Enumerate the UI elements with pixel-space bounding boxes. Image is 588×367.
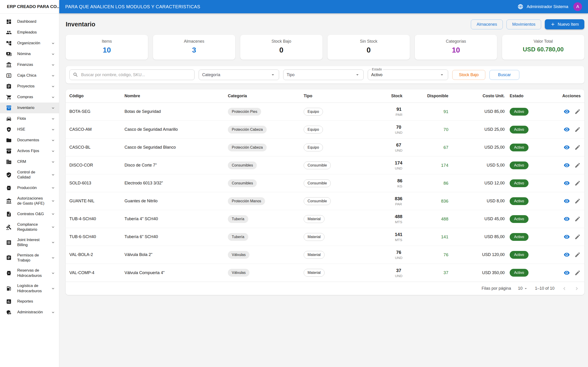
sidebar-item-permisos-de-trabajo[interactable]: Permisos de Trabajo (0, 250, 59, 266)
stock-unit: PAR (396, 113, 402, 117)
stock-unit: MTS (395, 238, 402, 242)
available-value: 141 (402, 234, 448, 240)
view-icon[interactable] (564, 216, 570, 222)
edit-icon[interactable] (574, 198, 581, 204)
edit-icon[interactable] (574, 126, 581, 133)
available-value: 70 (402, 127, 448, 132)
user-name[interactable]: Administrador Sistema (527, 4, 568, 9)
chevron-down-icon (51, 240, 55, 245)
sidebar-item-hse[interactable]: HSE (0, 124, 59, 135)
view-icon[interactable] (564, 198, 570, 204)
dashboard-icon (6, 19, 12, 25)
sidebar-item-compliance-regulatorio[interactable]: Compliance Regulatorio (0, 219, 59, 235)
chevron-down-icon (51, 149, 55, 153)
search-input[interactable] (69, 69, 195, 80)
category-chip: Consumibles (228, 179, 257, 187)
estado-select[interactable]: Estado Activo (368, 69, 448, 80)
search-field[interactable] (81, 72, 191, 77)
sidebar-item-joint-interest-billing[interactable]: Joint Interest Billing (0, 235, 59, 250)
view-icon[interactable] (564, 270, 570, 276)
tipo-select[interactable]: Tipo (283, 69, 363, 80)
nuevo-item-button[interactable]: Nuevo Item (545, 19, 584, 29)
status-badge: Activo (510, 197, 528, 205)
edit-icon[interactable] (574, 234, 581, 240)
unit-cost: USD 8,00 (448, 199, 505, 203)
view-icon[interactable] (564, 162, 570, 168)
sidebar-item-contratos-o-g[interactable]: Contratos O&G (0, 209, 59, 219)
sidebar-item-compras[interactable]: Compras (0, 92, 59, 102)
view-icon[interactable] (564, 126, 570, 133)
available-value: 37 (402, 270, 448, 275)
stock-unit: PAR (395, 202, 402, 206)
buscar-button[interactable]: Buscar (489, 70, 519, 80)
sidebar-item-finanzas[interactable]: Finanzas (0, 59, 59, 70)
movimientos-button[interactable]: Movimientos (506, 19, 541, 29)
rows-per-page-select[interactable]: 10 (518, 286, 528, 291)
edit-icon[interactable] (574, 144, 581, 150)
sidebar-item-log-stica-de-hidrocarburos[interactable]: Logística de Hidrocarburos (0, 281, 59, 296)
view-icon[interactable] (564, 144, 570, 150)
unit-cost: USD 120,00 (448, 252, 505, 257)
stat-value: 0 (329, 46, 408, 54)
unit-cost: USD 85,00 (448, 234, 505, 239)
chevron-down-icon (51, 286, 55, 291)
chevron-down-icon (51, 212, 55, 216)
inventory-icon (6, 148, 12, 154)
item-name: Válvula Compuerta 4" (124, 270, 228, 275)
available-value: 67 (402, 145, 448, 150)
view-icon[interactable] (564, 234, 570, 240)
stat-value: 10 (416, 46, 496, 54)
sidebar-item-flota[interactable]: Flota (0, 113, 59, 124)
stat-value: 10 (67, 46, 147, 54)
edit-icon[interactable] (574, 180, 581, 186)
sidebar-item-administraci-n[interactable]: Administración (0, 307, 59, 318)
sidebar-item-n-mina[interactable]: Nómina (0, 49, 59, 59)
stock-value: 141 (395, 232, 402, 237)
sidebar-item-autorizaciones-de-gasto-afe[interactable]: Autorizaciones de Gasto (AFE) (0, 193, 59, 209)
edit-icon[interactable] (574, 216, 581, 222)
almacenes-button[interactable]: Almacenes (471, 19, 503, 29)
globe-icon[interactable] (518, 4, 523, 10)
stock-unit: UND (395, 131, 403, 134)
sidebar-item-organizaci-n[interactable]: Organización (0, 38, 59, 49)
table-row: CASCO-AM Casco de Seguridad Amarillo Pro… (66, 121, 584, 139)
edit-icon[interactable] (574, 162, 581, 168)
column-header-disponible: Disponible (402, 94, 448, 98)
sidebar-item-activos-fijos[interactable]: Activos Fijos (0, 146, 59, 156)
page-title: Inventario (66, 21, 95, 28)
sidebar-item-inventario[interactable]: Inventario (0, 102, 59, 113)
stock-unit: UND (395, 166, 402, 170)
sidebar-item-reservas-de-hidrocarburos[interactable]: Reservas de Hidrocarburos (0, 265, 59, 281)
stock-bajo-button[interactable]: Stock Bajo (452, 70, 485, 80)
dropdown-arrow-icon (270, 72, 276, 77)
type-chip: Equipo (304, 108, 323, 116)
stock-unit: UND (395, 148, 403, 152)
sidebar-item-reportes[interactable]: Reportes (0, 296, 59, 307)
chevron-down-icon (51, 52, 55, 56)
sidebar-item-control-de-calidad[interactable]: Control de Calidad (0, 167, 59, 183)
sidebar-item-proyectos[interactable]: Proyectos (0, 81, 59, 92)
previous-page-icon[interactable] (561, 286, 567, 292)
item-code: TUB-6-SCH40 (69, 234, 124, 239)
sidebar-item-caja-chica[interactable]: $ Caja Chica (0, 70, 59, 81)
view-icon[interactable] (564, 108, 570, 115)
sidebar-item-empleados[interactable]: Empleados (0, 27, 59, 38)
pagination: Filas por página 10 1–10 of 10 (66, 282, 584, 295)
table-row: TUB-4-SCH40 Tubería 4" SCH40 Tubería Mat… (66, 210, 584, 228)
sidebar-item-producci-n[interactable]: Producción (0, 183, 59, 193)
categoria-select[interactable]: Categoría (199, 69, 279, 80)
stock-unit: UND (395, 274, 403, 278)
sidebar-item-dashboard[interactable]: Dashboard (0, 16, 59, 27)
stat-card-sin-stock: Sin Stock 0 (328, 35, 410, 60)
view-icon[interactable] (564, 252, 570, 258)
sidebar-item-documentos[interactable]: Documentos (0, 135, 59, 146)
gavel-icon (6, 224, 12, 230)
next-page-icon[interactable] (574, 286, 580, 292)
edit-icon[interactable] (574, 252, 581, 258)
edit-icon[interactable] (574, 108, 581, 115)
view-icon[interactable] (564, 180, 570, 186)
sidebar-item-crm[interactable]: CRM (0, 156, 59, 167)
chevron-down-icon (51, 63, 55, 67)
avatar[interactable]: A (573, 2, 582, 11)
edit-icon[interactable] (574, 270, 581, 276)
